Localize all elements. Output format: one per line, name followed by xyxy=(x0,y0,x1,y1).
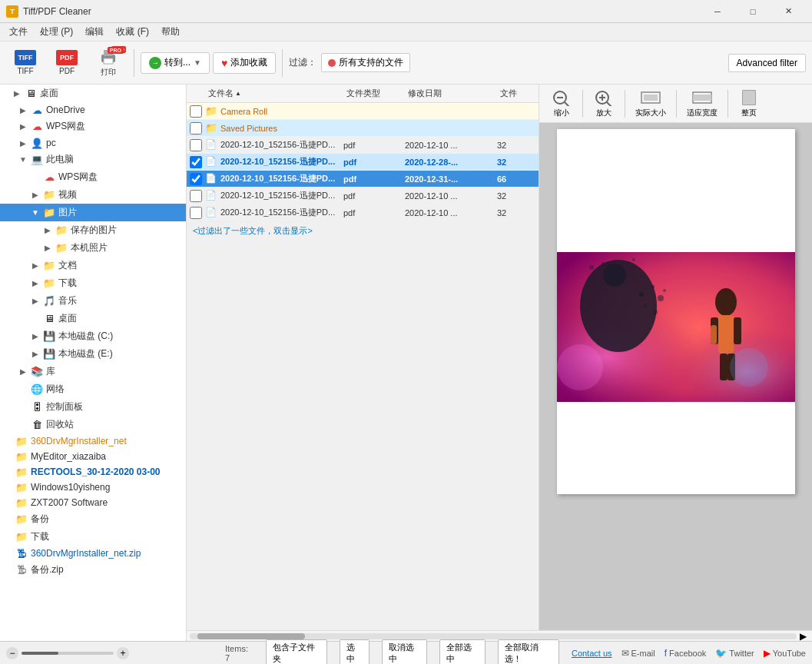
tree-item-this-pc[interactable]: ▼ 💻 此电脑 xyxy=(0,151,186,168)
tree-item-video[interactable]: ▶ 📁 视频 xyxy=(0,186,186,204)
scroll-right-btn[interactable]: ▶ xyxy=(797,631,809,642)
menu-help[interactable]: 帮助 xyxy=(155,24,186,40)
tree-item-myeditor[interactable]: 📁 MyEditor_xiazaiba xyxy=(0,449,186,464)
tree-item-xia-download[interactable]: 📁 下载 xyxy=(0,528,186,546)
file-checkbox[interactable] xyxy=(190,122,202,134)
tree-item-360drv[interactable]: 📁 360DrvMgrInstaller_net xyxy=(0,433,186,449)
tree-item-desktop2[interactable]: 🖥 桌面 xyxy=(0,310,186,327)
email-link[interactable]: ✉ E-mail xyxy=(621,648,655,659)
col-type[interactable]: 文件类型 xyxy=(343,88,405,99)
tree-item-360drv-zip[interactable]: 🗜 360DrvMgrInstaller_net.zip xyxy=(0,546,186,561)
tree-arrow-downloads[interactable]: ▶ xyxy=(31,279,40,288)
full-page-button[interactable]: 整页 xyxy=(733,85,765,122)
tree-item-rectools[interactable]: 📁 RECTOOLS_30-12-2020 03-00 xyxy=(0,464,186,480)
tree-item-docs[interactable]: ▶ 📁 文档 xyxy=(0,257,186,274)
tree-item-disk-c[interactable]: ▶ 💾 本地磁盘 (C:) xyxy=(0,327,186,345)
file-checkbox-1[interactable] xyxy=(190,139,202,151)
zoom-plus-button[interactable]: + xyxy=(117,647,129,659)
scrollbar-thumb[interactable] xyxy=(197,633,305,639)
zoom-in-button[interactable]: 放大 xyxy=(588,85,620,122)
col-name[interactable]: 文件名 ▲ xyxy=(205,88,343,99)
pdf-file-icon-5: 📄 xyxy=(205,207,217,219)
tree-item-win10[interactable]: 📁 Windows10yisheng xyxy=(0,480,186,495)
file-row-5[interactable]: 📄 2020-12-10_152156-迅捷PD... pdf 2020-12-… xyxy=(187,204,539,221)
col-date[interactable]: 修改日期 xyxy=(405,88,497,99)
file-row-4[interactable]: 📄 2020-12-10_152156-迅捷PD... pdf 2020-12-… xyxy=(187,188,539,204)
tree-arrow-this-pc[interactable]: ▼ xyxy=(18,155,28,164)
tree-item-local-pics[interactable]: ▶ 📁 本机照片 xyxy=(0,239,186,257)
file-row-1[interactable]: 📄 2020-12-10_152156-迅捷PD... pdf 2020-12-… xyxy=(187,137,539,154)
tree-item-backup[interactable]: 📁 备份 xyxy=(0,510,186,528)
fit-width-button[interactable]: 适应宽度 xyxy=(681,85,723,122)
convert-button[interactable]: → 转到... ▼ xyxy=(141,52,210,74)
facebook-link[interactable]: f Facebook xyxy=(665,648,707,659)
tree-arrow-docs[interactable]: ▶ xyxy=(31,261,40,271)
tree-arrow-library[interactable]: ▶ xyxy=(18,367,28,377)
advanced-filter-button[interactable]: Advanced filter xyxy=(728,54,806,72)
tree-arrow-diskc[interactable]: ▶ xyxy=(31,332,40,341)
tree-item-network[interactable]: 🌐 网络 xyxy=(0,380,186,398)
folder-row[interactable]: 📁 Camera Roll xyxy=(187,103,539,120)
deselect-all-button[interactable]: 全部取消选！ xyxy=(498,639,559,665)
favorite-button[interactable]: ♥ 添加收藏 xyxy=(213,52,276,74)
folder-row-saved[interactable]: 📁 Saved Pictures xyxy=(187,120,539,137)
menu-favorites[interactable]: 收藏 (F) xyxy=(110,24,155,40)
zoom-slider[interactable] xyxy=(22,652,114,655)
tree-item-wps-disk[interactable]: ☁ WPS网盘 xyxy=(0,168,186,186)
tree-item-control-panel[interactable]: 🎛 控制面板 xyxy=(0,398,186,416)
tree-arrow-onedrive[interactable]: ▶ xyxy=(18,105,28,115)
zoom-minus-button[interactable]: − xyxy=(6,647,18,659)
tree-item-pc[interactable]: ▶ 👤 pc xyxy=(0,135,186,151)
actual-size-button[interactable]: 实际大小 xyxy=(630,85,671,122)
pdf-button[interactable]: PDF PDF xyxy=(48,45,86,81)
tree-arrow-video[interactable]: ▶ xyxy=(31,191,40,200)
menu-file[interactable]: 文件 xyxy=(3,24,34,40)
tree-item-pictures[interactable]: ▼ 📁 图片 xyxy=(0,204,186,221)
filter-select[interactable]: 所有支持的文件 xyxy=(321,53,410,72)
select-button[interactable]: 选中 xyxy=(340,639,370,665)
filter-message[interactable]: <过滤出了一些文件，双击显示> xyxy=(187,221,539,240)
tree-item-library[interactable]: ▶ 📚 库 xyxy=(0,363,186,380)
file-checkbox-5[interactable] xyxy=(190,207,202,219)
file-row-3[interactable]: 📄 2020-12-10_152156-迅捷PD... pdf 2020-12-… xyxy=(187,171,539,188)
tree-arrow-pc[interactable]: ▶ xyxy=(18,138,28,148)
tree-arrow-pictures[interactable]: ▼ xyxy=(31,208,40,217)
tree-arrow-diske[interactable]: ▶ xyxy=(31,350,40,359)
twitter-link[interactable]: 🐦 Twitter xyxy=(715,648,754,659)
tree-arrow-desktop[interactable]: ▶ xyxy=(12,89,22,98)
tiff-button[interactable]: TIFF TIFF xyxy=(6,45,45,81)
horizontal-scrollbar[interactable] xyxy=(190,633,797,639)
print-button[interactable]: PRO 打印 PRO xyxy=(89,45,128,81)
file-row-2[interactable]: 📄 2020-12-10_152156-迅捷PD... pdf 2020-12-… xyxy=(187,154,539,171)
tree-arrow-saved[interactable]: ▶ xyxy=(43,226,52,235)
file-checkbox[interactable] xyxy=(190,105,202,118)
zoom-out-button[interactable]: 缩小 xyxy=(545,85,578,122)
tree-arrow-local[interactable]: ▶ xyxy=(43,244,52,253)
tree-item-recycle[interactable]: 🗑 回收站 xyxy=(0,416,186,433)
include-subfolder-button[interactable]: 包含子文件夹 xyxy=(266,639,327,665)
tree-item-saved-pics[interactable]: ▶ 📁 保存的图片 xyxy=(0,221,186,239)
tree-item-zxt[interactable]: 📁 ZXT2007 Software xyxy=(0,495,186,510)
tree-item-wps-cloud[interactable]: ▶ ☁ WPS网盘 xyxy=(0,118,186,135)
contact-link[interactable]: Contact us xyxy=(572,649,612,658)
file-checkbox-4[interactable] xyxy=(190,190,202,202)
menu-process[interactable]: 处理 (P) xyxy=(34,24,79,40)
tree-item-music[interactable]: ▶ 🎵 音乐 xyxy=(0,292,186,310)
col-size[interactable]: 文件 xyxy=(497,88,535,99)
tree-item-onedrive[interactable]: ▶ ☁ OneDrive xyxy=(0,102,186,118)
tree-item-disk-e[interactable]: ▶ 💾 本地磁盘 (E:) xyxy=(0,345,186,363)
file-checkbox-3[interactable] xyxy=(190,173,202,185)
select-all-button[interactable]: 全部选中 xyxy=(439,639,485,665)
menu-edit[interactable]: 编辑 xyxy=(79,24,110,40)
tree-item-backup-zip[interactable]: 🗜 备份.zip xyxy=(0,561,186,579)
minimize-button[interactable]: ─ xyxy=(700,0,735,23)
tree-item-downloads[interactable]: ▶ 📁 下载 xyxy=(0,274,186,292)
youtube-link[interactable]: ▶ YouTube xyxy=(764,648,806,659)
tree-arrow-music[interactable]: ▶ xyxy=(31,297,40,306)
maximize-button[interactable]: □ xyxy=(735,0,771,23)
deselect-button[interactable]: 取消选中 xyxy=(382,639,427,665)
file-checkbox-2[interactable] xyxy=(190,156,202,168)
tree-arrow-wps[interactable]: ▶ xyxy=(18,122,28,131)
close-button[interactable]: ✕ xyxy=(771,0,806,23)
tree-item-desktop[interactable]: ▶ 🖥 桌面 xyxy=(0,85,186,102)
